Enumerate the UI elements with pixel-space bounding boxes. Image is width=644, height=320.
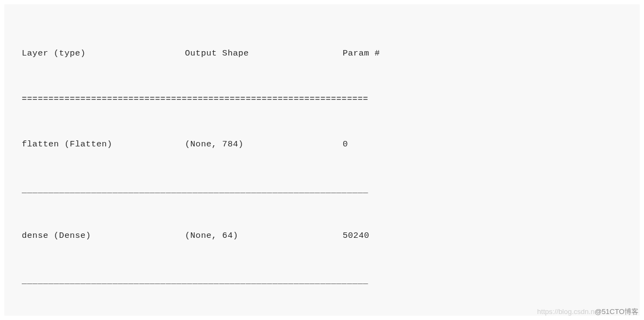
layer-params: 8320	[343, 316, 364, 320]
divider-single: ________________________________________…	[22, 179, 622, 202]
layer-name: flatten (Flatten)	[22, 133, 185, 156]
watermark: https://blog.csdn.n@51CTO博客	[537, 307, 639, 317]
layer-name: dense (Dense)	[22, 225, 185, 248]
watermark-light: https://blog.csdn.n	[537, 307, 595, 316]
layer-shape: (None, 128)	[185, 316, 343, 320]
header-layer: Layer (type)	[22, 42, 185, 65]
layer-name: dense_1 (Dense)	[22, 316, 185, 320]
divider-double: ========================================…	[22, 88, 622, 111]
layer-params: 50240	[343, 225, 369, 248]
header-param: Param #	[343, 42, 380, 65]
layer-row: flatten (Flatten)(None, 784)0	[22, 133, 622, 156]
code-output-block: Layer (type)Output ShapeParam # ========…	[4, 4, 640, 316]
layer-row: dense_1 (Dense)(None, 128)8320	[22, 316, 622, 320]
layer-shape: (None, 784)	[185, 133, 343, 156]
summary-header-row: Layer (type)Output ShapeParam #	[22, 42, 622, 65]
watermark-dark: @51CTO博客	[595, 307, 639, 316]
divider-single: ________________________________________…	[22, 270, 622, 293]
layer-shape: (None, 64)	[185, 225, 343, 248]
layer-params: 0	[343, 133, 348, 156]
layer-row: dense (Dense)(None, 64)50240	[22, 225, 622, 248]
model-summary: Layer (type)Output ShapeParam # ========…	[22, 20, 622, 320]
header-output-shape: Output Shape	[185, 42, 343, 65]
